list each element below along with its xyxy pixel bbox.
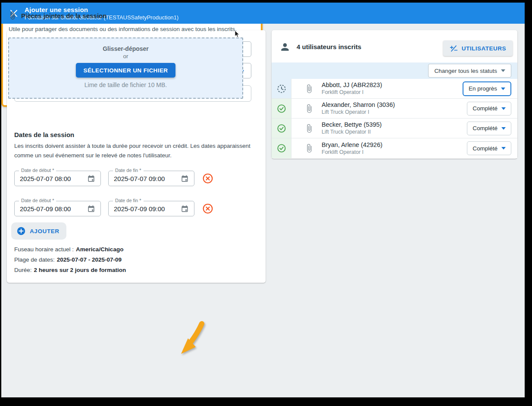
dialog-page: Ajouter une session Formation sur chario… (1, 3, 525, 397)
user-name: Abbott, JJ (ABR2823) (322, 81, 382, 89)
enrollee-list: Abbott, JJ (ABR2823) Forklift Operator I… (272, 79, 517, 158)
plus-circle-icon (16, 226, 26, 236)
dates-heading: Dates de la session (14, 131, 74, 138)
status-cell (272, 119, 291, 138)
remove-date-button[interactable] (202, 203, 214, 215)
end-date-input[interactable]: Date de fin * 2025-07-09 09:00 (108, 201, 194, 216)
status-label: Complété (473, 105, 498, 112)
attachments-description: Utile pour partager des documents ou des… (9, 26, 237, 32)
status-toolbar: Changer tous les statuts (272, 62, 517, 79)
end-date-input[interactable]: Date de fin * 2025-07-07 09:00 (108, 171, 194, 186)
plus-minus-icon (450, 44, 458, 53)
end-date-value: 2025-07-09 09:00 (114, 205, 165, 212)
start-date-value: 2025-07-07 08:00 (20, 175, 71, 182)
dates-description: Les inscrits doivent assister à toute la… (14, 141, 254, 160)
remove-date-button[interactable] (202, 172, 214, 184)
paperclip-icon[interactable] (304, 124, 314, 133)
end-date-value: 2025-07-07 09:00 (114, 175, 165, 182)
end-date-label: Date de fin * (113, 198, 144, 203)
user-name: Bryan, Arlene (42926) (322, 141, 382, 149)
date-range-label: Plage de dates: (14, 256, 55, 263)
change-all-statuses-button[interactable]: Changer tous les statuts (428, 64, 511, 78)
status-cell (272, 138, 291, 158)
duration-label: Durée: (14, 267, 32, 273)
calendar-icon[interactable] (87, 205, 95, 213)
start-date-input[interactable]: Date de début * 2025-07-09 08:00 (14, 201, 101, 216)
attachments-heading: Pièces jointes de la session (21, 12, 106, 19)
remove-circle-icon (202, 173, 213, 184)
person-icon (279, 41, 291, 53)
date-row: Date de début * 2025-07-09 08:00 Date de… (7, 201, 266, 216)
annotation-arrow (173, 320, 206, 356)
start-date-label: Date de début * (19, 198, 56, 203)
timezone-value: America/Chicago (76, 246, 123, 253)
chevron-down-icon (501, 147, 506, 150)
paperclip-icon[interactable] (304, 144, 314, 153)
calendar-icon[interactable] (87, 175, 95, 183)
users-button-label: UTILISATEURS (462, 45, 506, 52)
status-label: Complété (473, 125, 498, 131)
chevron-down-icon (501, 69, 505, 72)
remove-circle-icon (202, 203, 213, 214)
enrollees-count: 4 utilisateurs inscrits (297, 43, 361, 50)
user-role: Lift Truck Operator I (322, 109, 395, 116)
chevron-down-icon (501, 127, 506, 130)
status-dropdown[interactable]: Complété (467, 102, 511, 116)
paperclip-icon[interactable] (304, 104, 314, 113)
enrollees-card: 4 utilisateurs inscrits UTILISATEURS Cha… (272, 30, 517, 159)
calendar-icon[interactable] (181, 205, 189, 213)
end-date-label: Date de fin * (113, 168, 144, 173)
user-role: Forklift Operator I (322, 89, 382, 96)
chevron-down-icon (501, 87, 505, 90)
select-file-button[interactable]: SÉLECTIONNER UN FICHIER (76, 63, 176, 78)
dropzone-line1: Glisser-déposer (103, 45, 149, 52)
start-date-input[interactable]: Date de début * 2025-07-07 08:00 (14, 171, 101, 186)
enrollees-header: 4 utilisateurs inscrits UTILISATEURS (272, 30, 517, 62)
date-range-line: Plage de dates:2025-07-07 - 2025-07-09 (14, 256, 122, 263)
table-row: Becker, Bettye (5395) Lift Truck Operato… (272, 119, 517, 138)
duration-value: 2 heures sur 2 jours de formation (34, 267, 126, 273)
completed-icon (276, 123, 287, 134)
date-range-value: 2025-07-07 - 2025-07-09 (57, 256, 122, 263)
status-cell (272, 79, 291, 98)
add-date-button[interactable]: AJOUTER (11, 222, 66, 240)
status-label: En progrès (469, 85, 497, 92)
status-dropdown[interactable]: Complété (467, 122, 511, 135)
timezone-line: Fuseau horaire actuel :America/Chicago (14, 246, 123, 253)
timezone-label: Fuseau horaire actuel : (14, 246, 74, 253)
add-date-label: AJOUTER (30, 228, 59, 234)
status-label: Complété (473, 145, 498, 152)
paperclip-icon[interactable] (304, 84, 314, 94)
in-progress-icon (276, 84, 287, 94)
completed-icon (276, 143, 287, 153)
table-row: Bryan, Arlene (42926) Forklift Operator … (272, 138, 517, 158)
completed-icon (276, 103, 287, 114)
user-name: Becker, Bettye (5395) (322, 121, 382, 128)
file-size-note: Lime de taille de fichier 10 MB. (84, 81, 167, 88)
file-dropzone[interactable]: Glisser-déposer or SÉLECTIONNER UN FICHI… (8, 37, 243, 99)
status-cell (272, 99, 291, 118)
paperclip-icon (8, 11, 17, 20)
table-row: Abbott, JJ (ABR2823) Forklift Operator I… (272, 79, 517, 99)
table-row: Alexander, Sharron (3036) Lift Truck Ope… (272, 99, 517, 119)
change-all-label: Changer tous les statuts (434, 68, 497, 74)
user-role: Forklift Operator I (322, 149, 382, 156)
start-date-label: Date de début * (19, 168, 56, 173)
start-date-value: 2025-07-09 08:00 (20, 205, 71, 212)
users-button[interactable]: UTILISATEURS (443, 41, 513, 56)
status-dropdown[interactable]: En progrès (463, 81, 511, 96)
user-role: Lift Truck Operator II (322, 129, 382, 136)
calendar-icon[interactable] (181, 175, 189, 183)
status-dropdown[interactable]: Complété (467, 141, 511, 155)
date-row: Date de début * 2025-07-07 08:00 Date de… (7, 171, 266, 186)
duration-line: Durée:2 heures sur 2 jours de formation (14, 267, 126, 273)
chevron-down-icon (501, 107, 506, 110)
user-name: Alexander, Sharron (3036) (322, 101, 395, 109)
dropzone-line2: or (123, 53, 128, 59)
